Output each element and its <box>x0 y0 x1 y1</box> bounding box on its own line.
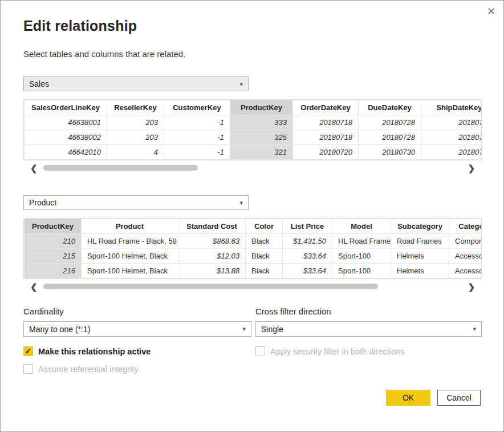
cell-selected[interactable]: 321 <box>230 145 293 160</box>
column-header-shipdatekey[interactable]: ShipDateKey <box>421 100 482 115</box>
cell[interactable]: 20180720 <box>293 145 359 160</box>
cell[interactable]: $33.64 <box>283 249 332 264</box>
scrollbar-thumb[interactable] <box>43 284 379 289</box>
cell[interactable]: 20180725 <box>421 115 482 130</box>
scrollbar-thumb[interactable] <box>43 165 198 171</box>
assume-referential-integrity-checkbox: Assume referential integrity <box>23 364 251 374</box>
cell[interactable]: Accessories <box>449 264 482 278</box>
cell[interactable]: 46638001 <box>25 115 107 130</box>
table-row: 215 Sport-100 Helmet, Black $12.03 Black… <box>25 249 482 264</box>
table1-selector-dropdown[interactable]: Sales ▾ <box>23 76 249 91</box>
cell[interactable]: Road Frames <box>391 234 449 249</box>
cell-selected[interactable]: 215 <box>25 249 82 264</box>
cell[interactable]: -1 <box>164 130 230 145</box>
make-relationship-active-label: Make this relationship active <box>38 347 151 356</box>
cell[interactable]: Sport-100 <box>332 264 391 278</box>
cell[interactable]: Accessories <box>449 249 482 264</box>
cell[interactable]: 20180728 <box>359 115 421 130</box>
column-header-color[interactable]: Color <box>246 219 283 234</box>
cell[interactable]: 4 <box>107 145 164 160</box>
column-header-productkey-selected[interactable]: ProductKey <box>25 219 82 234</box>
scroll-right-icon[interactable]: ❯ <box>468 164 475 172</box>
column-header-customerkey[interactable]: CustomerKey <box>164 100 230 115</box>
cell[interactable]: 20180718 <box>293 115 359 130</box>
sales-table-container: SalesOrderLineKey ResellerKey CustomerKe… <box>23 99 482 160</box>
cell[interactable]: 20180727 <box>421 145 482 160</box>
table-header-row: SalesOrderLineKey ResellerKey CustomerKe… <box>25 100 482 115</box>
chevron-down-icon: ▾ <box>473 325 476 333</box>
column-header-category[interactable]: Category <box>449 219 482 234</box>
cell[interactable]: -1 <box>164 115 230 130</box>
table-row: 46642010 4 -1 321 20180720 20180730 2018… <box>25 145 482 160</box>
cell-selected[interactable]: 216 <box>25 264 82 278</box>
cell[interactable]: -1 <box>164 145 230 160</box>
cell[interactable]: Sport-100 Helmet, Black <box>82 249 178 264</box>
cell[interactable]: HL Road Frame - Black, 58 <box>82 234 178 249</box>
cancel-button[interactable]: Cancel <box>437 390 481 406</box>
column-header-list-price[interactable]: List Price <box>283 219 332 234</box>
close-icon[interactable]: ✕ <box>487 6 495 17</box>
cell[interactable]: $868.63 <box>178 234 246 249</box>
cardinality-dropdown[interactable]: Many to one (*:1) ▾ <box>23 321 251 337</box>
cell[interactable]: Black <box>246 249 283 264</box>
scroll-left-icon[interactable]: ❮ <box>30 282 38 291</box>
checkbox-checked-icon[interactable]: ✓ <box>23 346 33 356</box>
cell[interactable]: $13.88 <box>178 264 246 278</box>
cell[interactable]: 20180718 <box>293 130 359 145</box>
table-row: 210 HL Road Frame - Black, 58 $868.63 Bl… <box>25 234 482 249</box>
cell-selected[interactable]: 210 <box>25 234 82 249</box>
table-row: 46638001 203 -1 333 20180718 20180728 20… <box>25 115 482 130</box>
cell[interactable]: 46642010 <box>25 145 107 160</box>
scrollbar-track[interactable] <box>43 165 462 171</box>
cell-selected[interactable]: 325 <box>230 130 293 145</box>
chevron-down-icon: ▾ <box>239 199 243 207</box>
column-header-model[interactable]: Model <box>332 219 391 234</box>
cell[interactable]: $33.64 <box>283 264 332 278</box>
cell[interactable]: $12.03 <box>178 249 246 264</box>
product-table: ProductKey Product Standard Cost Color L… <box>24 219 482 278</box>
table2-selector-dropdown[interactable]: Product ▾ <box>23 195 249 210</box>
column-header-resellerkey[interactable]: ResellerKey <box>107 100 164 115</box>
cell[interactable]: Sport-100 <box>332 249 391 264</box>
cell[interactable]: 46638002 <box>25 130 107 145</box>
cell[interactable]: Sport-100 Helmet, Black <box>82 264 178 278</box>
scroll-left-icon[interactable]: ❮ <box>30 164 38 172</box>
cell[interactable]: 203 <box>107 115 164 130</box>
table1-selector-value: Sales <box>29 79 49 88</box>
scroll-right-icon[interactable]: ❯ <box>468 282 475 291</box>
cell[interactable]: Helmets <box>391 249 449 264</box>
table-header-row: ProductKey Product Standard Cost Color L… <box>25 219 482 234</box>
cell[interactable]: Black <box>246 234 283 249</box>
apply-security-filter-label: Apply security filter in both directions <box>270 347 404 356</box>
cell[interactable]: 20180728 <box>359 130 421 145</box>
scrollbar-track[interactable] <box>43 284 462 289</box>
chevron-down-icon: ▾ <box>239 80 243 88</box>
cell-selected[interactable]: 333 <box>230 115 293 130</box>
cross-filter-direction-dropdown[interactable]: Single ▾ <box>255 321 482 337</box>
cross-filter-direction-value: Single <box>261 325 283 334</box>
column-header-standard-cost[interactable]: Standard Cost <box>178 219 246 234</box>
cell[interactable]: 20180730 <box>359 145 421 160</box>
cell[interactable]: Components <box>449 234 482 249</box>
cell[interactable]: 203 <box>107 130 164 145</box>
cell[interactable]: 20180725 <box>421 130 482 145</box>
apply-security-filter-checkbox: Apply security filter in both directions <box>255 346 482 356</box>
cell[interactable]: Black <box>246 264 283 278</box>
dialog-title: Edit relationship <box>23 18 481 34</box>
column-header-productkey-selected[interactable]: ProductKey <box>230 100 293 115</box>
table2-horizontal-scrollbar: ❮ ❯ <box>23 280 482 293</box>
ok-button[interactable]: OK <box>386 390 430 406</box>
cell[interactable]: HL Road Frame <box>332 234 391 249</box>
dialog-subtitle: Select tables and columns that are relat… <box>23 49 481 59</box>
column-header-product[interactable]: Product <box>82 219 178 234</box>
make-relationship-active-checkbox[interactable]: ✓ Make this relationship active <box>23 346 251 356</box>
column-header-salesorderlinekey[interactable]: SalesOrderLineKey <box>25 100 107 115</box>
cell[interactable]: Helmets <box>391 264 449 278</box>
column-header-duedatekey[interactable]: DueDateKey <box>359 100 421 115</box>
column-header-orderdatekey[interactable]: OrderDateKey <box>293 100 359 115</box>
cross-filter-direction-label: Cross filter direction <box>255 306 482 316</box>
column-header-subcategory[interactable]: Subcategory <box>391 219 449 234</box>
cell[interactable]: $1,431.50 <box>283 234 332 249</box>
checkbox-unchecked-icon <box>23 364 33 374</box>
assume-referential-integrity-label: Assume referential integrity <box>38 365 139 374</box>
